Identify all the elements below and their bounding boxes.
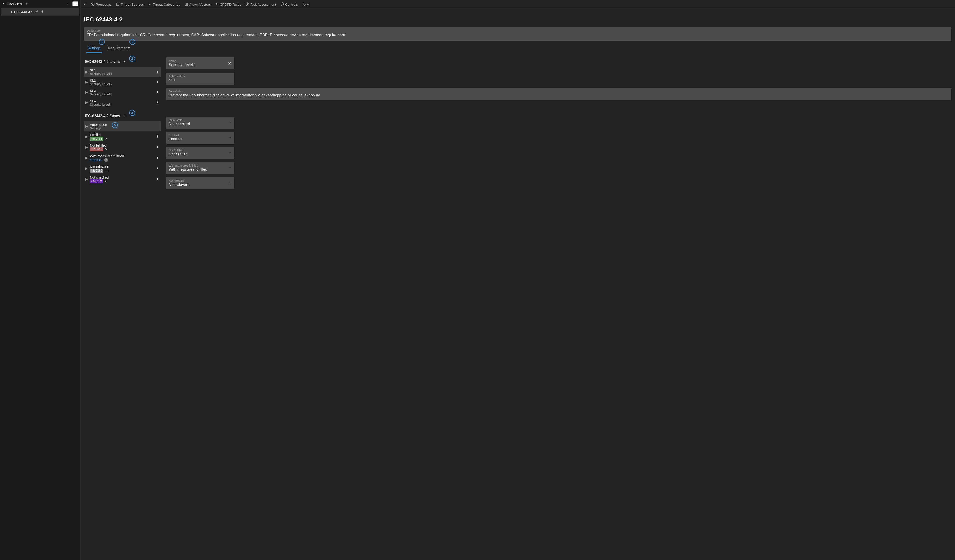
clear-icon[interactable]: ✕ [228, 61, 232, 66]
chevron-right-icon: ▶ [85, 177, 88, 181]
nav-threat-categories[interactable]: Threat Categories [147, 2, 181, 7]
description-label: Description [87, 29, 949, 32]
edit-icon[interactable] [35, 10, 39, 14]
state-name: Not checked [90, 175, 109, 179]
dropdown-icon[interactable] [229, 181, 232, 185]
state-name: Not fulfilled [90, 144, 108, 147]
field-label: Description [169, 89, 949, 93]
nav-more[interactable]: A [301, 2, 310, 7]
delete-icon[interactable] [41, 10, 44, 14]
level-name: Security Level 2 [90, 82, 113, 86]
description-body: FR: Foundational requirement, CR: Compon… [87, 32, 949, 38]
color-swatch: #589758 [90, 137, 103, 141]
dropdown-icon[interactable] [229, 166, 232, 170]
level-abbr: SL4 [90, 99, 113, 103]
toggle-panel-button[interactable] [72, 2, 78, 6]
add-checklist-button[interactable] [25, 2, 28, 6]
field-label: Initial state [169, 118, 231, 122]
delete-icon[interactable] [156, 167, 159, 171]
delete-icon[interactable] [156, 91, 159, 94]
chevron-right-icon: ▶ [85, 145, 88, 149]
annotation-4: 4 [129, 110, 135, 116]
minus-icon: — [105, 169, 108, 172]
field-fulfilled[interactable]: Fulfilled Fulfilled [166, 132, 234, 144]
field-not-relevant[interactable]: Not relevant Not relevant [166, 177, 234, 189]
level-row[interactable]: ▶SL4Security Level 4 [84, 97, 161, 108]
nav-controls[interactable]: Controls [280, 2, 298, 7]
x-icon: ✕ [105, 147, 108, 151]
nav-label: A [307, 3, 309, 6]
tab-requirements[interactable]: Requirements 2 [104, 44, 134, 53]
nav-attack-vectors[interactable]: Attack Vectors [184, 2, 211, 7]
level-name: Security Level 4 [90, 103, 113, 106]
level-row[interactable]: ▶SL2Security Level 2 [84, 77, 161, 88]
back-button[interactable] [82, 2, 87, 7]
nav-risk-assessment[interactable]: Risk Assessment [245, 2, 277, 7]
svg-point-6 [247, 4, 247, 5]
delete-icon[interactable] [156, 145, 159, 149]
chevron-right-icon: ▶ [85, 80, 88, 84]
chevron-right-icon: ▶ [85, 135, 88, 139]
level-row[interactable]: ▶SL1Security Level 1 [84, 67, 161, 77]
chevron-right-icon: ▶ [85, 167, 88, 171]
chevron-right-icon: ▶ [85, 100, 88, 105]
levels-heading: IEC-62443-4-2 Levels [85, 60, 120, 64]
more-menu-icon[interactable]: ⋮ [65, 2, 71, 6]
field-initial-state[interactable]: Initial state Not checked [166, 117, 234, 128]
field-value: Security Level 1 [169, 63, 231, 67]
field-not-fulfilled[interactable]: Not fulfilled Not fulfilled [166, 147, 234, 159]
delete-icon[interactable] [156, 177, 159, 181]
field-label: With measures fulfilled [169, 164, 231, 167]
annotation-5: 5 [112, 122, 118, 128]
field-label: Name [169, 59, 231, 63]
color-hex: #011a42 [90, 158, 102, 162]
state-automation-subtitle: Settings [90, 127, 107, 130]
chevron-down-icon[interactable] [2, 2, 5, 6]
nav-label: CPDFD Rules [220, 3, 241, 6]
sidebar-header: Checklists ⋮ [0, 0, 80, 8]
field-value: Prevent the unauthorized disclosure of i… [169, 93, 949, 97]
nav-processes[interactable]: Processes [90, 2, 112, 7]
delete-icon[interactable] [156, 135, 159, 139]
state-row[interactable]: ▶Not checked#6c21c2 ? [84, 174, 161, 185]
delete-icon[interactable] [156, 101, 159, 105]
nav-threat-sources[interactable]: Threat Sources [115, 2, 144, 7]
tabs: Settings 1 Requirements 2 [84, 44, 951, 53]
dropdown-icon[interactable] [229, 151, 232, 155]
tab-settings[interactable]: Settings 1 [84, 44, 104, 53]
dropdown-icon[interactable] [229, 136, 232, 139]
color-swatch: #b15b5b [90, 147, 103, 152]
description-box[interactable]: Description FR: Foundational requirement… [84, 27, 951, 41]
field-label: Fulfilled [169, 133, 231, 137]
shield-icon [104, 158, 108, 162]
state-row[interactable]: ▶With measures fulfilled#011a42 [84, 153, 161, 163]
level-abbr: SL3 [90, 89, 113, 92]
state-automation-title: Automation [90, 123, 107, 127]
field-with-measures[interactable]: With measures fulfilled With measures fu… [166, 162, 234, 174]
level-row[interactable]: ▶SL3Security Level 3 [84, 88, 161, 97]
page-title: IEC-62443-4-2 [84, 16, 951, 23]
annotation-3: 3 [129, 56, 135, 61]
level-name: Security Level 3 [90, 92, 113, 96]
states-heading: IEC-62443-4-2 States [85, 114, 120, 118]
field-name[interactable]: Name Security Level 1 ✕ [166, 58, 234, 69]
field-abbreviation[interactable]: Abbreviation SL1 [166, 73, 234, 84]
state-name: Fulfilled [90, 133, 108, 137]
delete-icon[interactable] [156, 156, 159, 160]
dropdown-icon[interactable] [229, 120, 232, 124]
sidebar-item-label: IEC-62443-4-2 [11, 10, 33, 14]
delete-icon[interactable] [156, 70, 159, 74]
state-row[interactable]: ▶Fulfilled#589758 ✓ [84, 131, 161, 142]
add-level-button[interactable] [123, 60, 126, 64]
add-state-button[interactable] [123, 114, 126, 118]
delete-icon[interactable] [156, 80, 159, 84]
field-value: With measures fulfilled [169, 167, 231, 172]
state-automation-row[interactable]: ▶ Automation Settings 5 [84, 121, 161, 131]
state-row[interactable]: ▶Not relevant#8d9196 — [84, 163, 161, 174]
tab-label: Requirements [108, 46, 131, 50]
tab-label: Settings [88, 46, 101, 50]
field-description[interactable]: Description Prevent the unauthorized dis… [166, 88, 951, 100]
nav-cpdfd-rules[interactable]: CPDFD Rules [214, 2, 242, 7]
sidebar-item-checklist[interactable]: IEC-62443-4-2 [1, 8, 79, 16]
state-row[interactable]: ▶Not fulfilled#b15b5b ✕ [84, 142, 161, 153]
